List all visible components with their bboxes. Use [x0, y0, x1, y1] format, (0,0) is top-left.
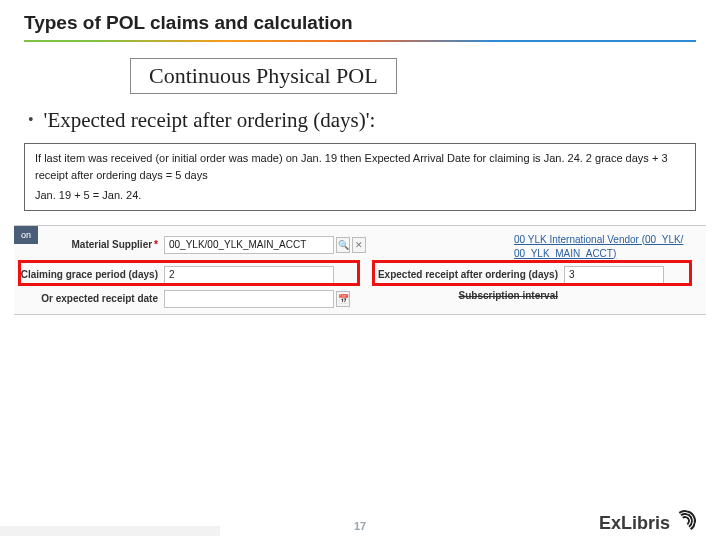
- bullet-line: •'Expected receipt after ordering (days)…: [28, 108, 720, 133]
- vendor-link-line2[interactable]: 00_YLK_MAIN_ACCT): [514, 248, 616, 259]
- highlight-claiming: [18, 260, 360, 286]
- page-number: 17: [354, 520, 366, 532]
- divider: [24, 40, 696, 42]
- explanation-line2: Jan. 19 + 5 = Jan. 24.: [35, 187, 685, 204]
- subscription-interval-label: Subscription interval: [364, 290, 564, 301]
- slide-title: Types of POL claims and calculation: [0, 0, 720, 40]
- footer: 17 ExLibris: [0, 506, 720, 540]
- material-supplier-input[interactable]: 00_YLK/00_YLK_MAIN_ACCT: [164, 236, 334, 254]
- calendar-icon[interactable]: 📅: [336, 291, 350, 307]
- vendor-link-line1[interactable]: 00 YLK International Vendor (00_YLK/: [514, 234, 683, 245]
- explanation-box: If last item was received (or initial or…: [24, 143, 696, 211]
- material-supplier-label: Material Supplier*: [14, 239, 164, 250]
- form-screenshot: on Material Supplier* 00_YLK/00_YLK_MAIN…: [14, 225, 706, 315]
- explanation-line1: If last item was received (or initial or…: [35, 150, 685, 183]
- logo: ExLibris: [599, 510, 698, 534]
- or-expected-date-input[interactable]: [164, 290, 334, 308]
- subtitle-box: Continuous Physical POL: [130, 58, 397, 94]
- search-icon[interactable]: 🔍: [336, 237, 350, 253]
- clear-icon[interactable]: ✕: [352, 237, 366, 253]
- bullet-text: 'Expected receipt after ordering (days)'…: [44, 108, 376, 132]
- or-expected-date-label: Or expected receipt date: [14, 293, 164, 304]
- logo-arc-icon: [674, 510, 698, 534]
- footer-bar: [0, 526, 220, 536]
- highlight-expected: [372, 260, 692, 286]
- logo-text: ExLibris: [599, 513, 670, 534]
